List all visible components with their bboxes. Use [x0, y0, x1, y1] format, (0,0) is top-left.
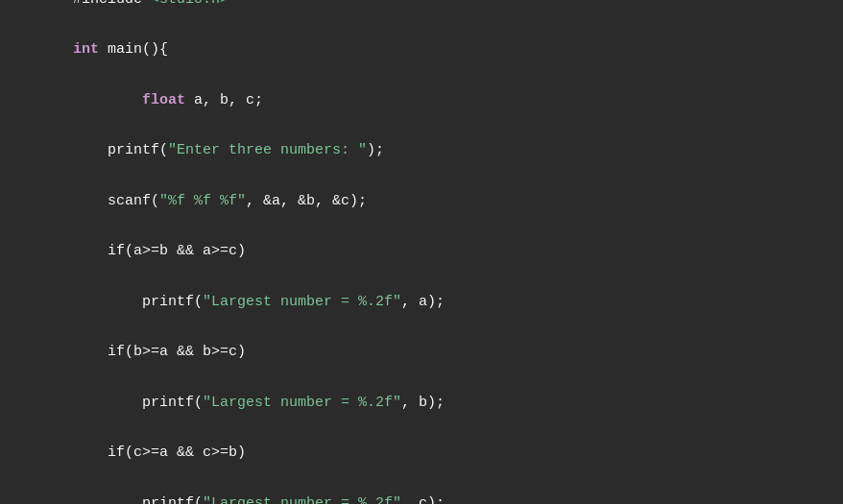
line-if1: if(a>=b && a>=c)	[73, 243, 246, 259]
line-main: int main(){	[73, 41, 168, 58]
line-if3: if(c>=a && c>=b)	[73, 444, 246, 461]
line-float: float a, b, c;	[73, 92, 263, 108]
line-printf3: printf("Largest number = %.2f", b);	[73, 395, 445, 411]
line-include: #include <stdio.h>	[73, 0, 229, 8]
line-scanf: scanf("%f %f %f", &a, &b, &c);	[73, 193, 367, 209]
line-printf2: printf("Largest number = %.2f", a);	[73, 294, 445, 310]
code-block: /* C program to find largest number usin…	[38, 0, 805, 504]
line-printf4: printf("Largest number = %.2f", c);	[73, 495, 445, 504]
code-container: /* C program to find largest number usin…	[10, 0, 833, 504]
line-printf1: printf("Enter three numbers: ");	[73, 142, 384, 158]
line-if2: if(b>=a && b>=c)	[73, 344, 246, 360]
